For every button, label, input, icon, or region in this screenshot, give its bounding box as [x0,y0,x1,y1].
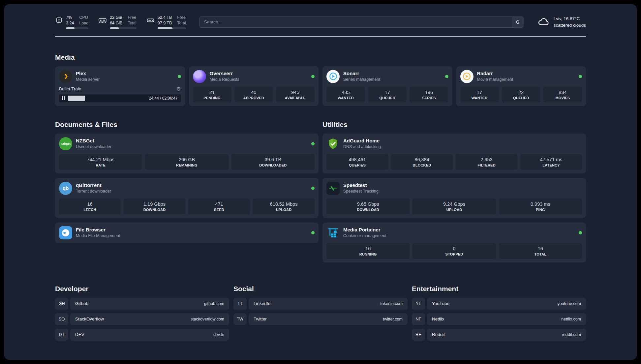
bookmark-name: LinkedIn [254,301,270,306]
stat-label: SERIES [411,96,447,100]
plex-card[interactable]: Plex Media server Bullet Train ⚙ 24:44 /… [55,66,185,106]
bookmark-link-reddit[interactable]: Reddit reddit.com [427,329,586,341]
bookmark-row: LI LinkedIn linkedin.com [233,298,408,310]
status-dot [445,75,448,78]
radarr-card[interactable]: Radarr Movie management 17 WANTED 22 QUE… [456,66,586,106]
adguard-card[interactable]: AdGuard Home DNS and adblocking 498,461 … [322,134,586,173]
disk-widget: 52.4 TB Free 97.9 TB Total [146,15,186,29]
stat-value: 39.6 TB [233,157,313,162]
bookmark-badge: YT [412,298,425,310]
qbittorrent-card[interactable]: qb qBittorrent Torrent downloader 16 LEE… [55,178,319,218]
ram-widget: 22 GiB Free 64 GiB Total [98,15,137,29]
section-title-utilities: Utilities [322,121,586,129]
stat-tile: 618.52 Mbps UPLOAD [253,198,315,214]
ram-free-label: Free [128,15,136,20]
bookmark-badge: SO [55,313,68,325]
stat-label: RATE [60,163,141,167]
stat-tile: 744.21 Mbps RATE [59,154,142,170]
bookmark-link-netflix[interactable]: Netflix netflix.com [427,313,586,325]
section-title-media: Media [55,53,586,61]
documents-column: Documents & Files nzbget NZBGet Usenet d… [55,106,319,248]
ram-total-value: 64 GiB [110,20,122,26]
bookmark-row: YT YouTube youtube.com [412,298,586,310]
disk-total-label: Total [177,20,186,26]
stat-tile: 40 APPROVED [234,87,273,103]
pause-icon[interactable] [62,96,65,100]
stat-label: PING [500,208,581,212]
bookmark-name: Github [75,301,88,306]
bookmark-badge: TW [233,313,247,325]
cpu-label: CPU [79,15,88,20]
overseerr-card[interactable]: Overseerr Media Requests 21 PENDING 40 A… [189,66,319,106]
stat-tile: 471 SEED [188,198,250,214]
weather-location: Lviv, 16.87°C [554,15,586,22]
ram-meter [110,27,137,29]
social-column: Social LI LinkedIn linkedin.com TW Twitt… [233,270,408,344]
cpu-load-value: 3.24 [66,20,74,26]
app-subtitle: Movie management [477,77,513,82]
bookmark-link-stackoverflow[interactable]: StackOverflow stackoverflow.com [70,313,229,325]
bookmark-link-youtube[interactable]: YouTube youtube.com [427,298,586,310]
search-engine-button[interactable]: G [512,17,524,27]
stat-label: QUEUED [503,96,539,100]
app-name: File Browser [76,227,120,233]
stat-value: 498,461 [328,157,387,162]
filebrowser-card[interactable]: File Browser Media File Management [55,223,319,243]
app-name: qBittorrent [76,182,111,189]
bookmark-name: DEV [75,332,84,337]
cpu-load-label: Load [79,20,88,26]
stat-tile: 17 WANTED [460,87,499,103]
section-title-social: Social [233,285,408,293]
filebrowser-icon [59,226,72,239]
stat-tile: 9.65 Gbps DOWNLOAD [326,198,410,214]
cpu-percent: 7% [66,15,74,20]
stat-tile: 498,461 QUERIES [326,154,388,170]
bookmark-link-linkedin[interactable]: LinkedIn linkedin.com [249,298,408,310]
bookmark-badge: GH [55,298,68,310]
stat-label: STOPPED [414,252,494,256]
now-playing-title: Bullet Train [59,86,81,91]
stat-value: 834 [545,90,581,95]
stat-value: 9.65 Gbps [328,201,408,207]
stat-label: LATENCY [522,163,581,167]
bookmark-badge: DT [55,329,68,341]
bookmarks-zone: Developer GH Github github.com SO StackO… [55,270,586,344]
sonarr-card[interactable]: Sonarr Series management 485 WANTED 17 Q… [322,66,452,106]
portainer-card[interactable]: Media Portainer Container management 16 … [322,223,586,262]
plex-player-bar[interactable]: 24:44 / 02:06:47 [59,94,181,102]
stat-tile: 834 MOVIES [543,87,582,103]
stat-value: 744.21 Mbps [60,157,141,162]
bookmark-link-twitter[interactable]: Twitter twitter.com [249,313,408,325]
media-grid: Plex Media server Bullet Train ⚙ 24:44 /… [55,66,586,106]
cpu-meter [66,27,88,29]
portainer-icon [326,226,340,239]
stat-value: 945 [277,90,313,95]
disk-icon [146,16,155,29]
bookmark-link-dev[interactable]: DEV dev.to [70,329,229,341]
app-subtitle: Usenet downloader [76,144,111,149]
bookmark-url: youtube.com [557,301,581,306]
stat-label: REMAINING [146,163,227,167]
status-dot [311,75,315,78]
stat-label: DOWNLOADED [233,163,313,167]
stat-value: 16 [328,246,408,251]
gear-icon[interactable]: ⚙ [176,86,181,92]
stat-value: 86,384 [392,157,451,162]
nzbget-card[interactable]: nzbget NZBGet Usenet downloader 744.21 M… [55,134,319,173]
stat-tile: 0 STOPPED [412,243,496,259]
search-input[interactable] [199,17,512,27]
app-name: AdGuard Home [343,138,381,144]
stat-value: 21 [194,90,230,95]
stat-value: 196 [411,90,447,95]
stat-label: QUERIES [328,163,387,167]
stat-value: 0 [414,246,494,251]
bookmark-link-github[interactable]: Github github.com [70,298,229,310]
app-name: Plex [76,71,100,77]
stat-label: DOWNLOAD [328,208,408,212]
app-name: NZBGet [76,138,111,144]
stat-label: SEED [190,208,249,212]
bookmark-badge: RE [412,329,425,341]
stat-label: APPROVED [236,96,272,100]
speedtest-card[interactable]: Speedtest Speedtest Tracking 9.65 Gbps D… [322,178,586,218]
bookmark-name: Reddit [432,332,445,337]
